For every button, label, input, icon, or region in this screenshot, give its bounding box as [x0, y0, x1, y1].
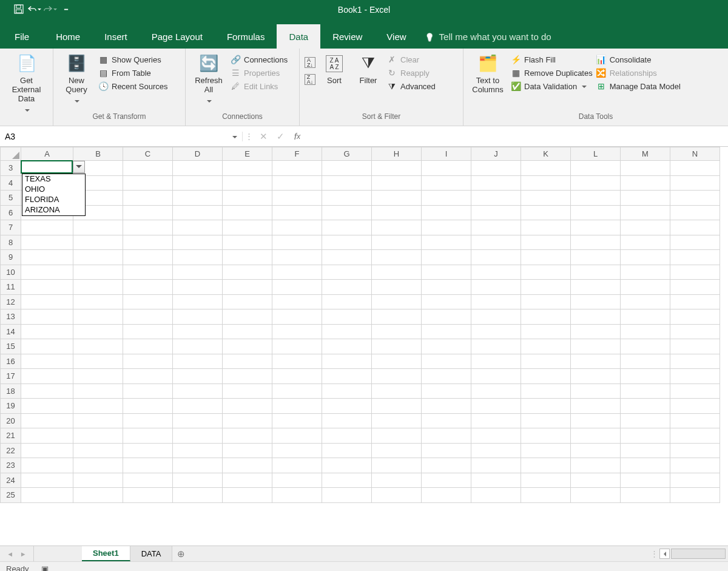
cell[interactable] [521, 339, 571, 354]
cell[interactable] [322, 309, 372, 325]
from-table-button[interactable]: ▤From Table [98, 68, 168, 78]
name-box[interactable]: A3 [0, 132, 243, 141]
cell[interactable] [223, 413, 272, 428]
dropdown-item[interactable]: FLORIDA [22, 195, 85, 205]
cell[interactable] [173, 443, 223, 458]
cell[interactable] [372, 175, 422, 191]
row-header[interactable]: 3 [1, 161, 21, 176]
cell[interactable] [521, 443, 571, 458]
cell[interactable] [223, 443, 272, 458]
cell[interactable] [21, 235, 73, 250]
cell[interactable] [123, 265, 173, 280]
row-header[interactable]: 18 [1, 383, 21, 399]
cell[interactable] [272, 280, 322, 295]
cell[interactable] [422, 473, 471, 488]
cell[interactable] [272, 399, 322, 414]
cell[interactable] [621, 413, 670, 428]
cell[interactable] [322, 205, 372, 220]
cell[interactable] [471, 175, 521, 191]
cell[interactable] [173, 250, 223, 265]
cell[interactable] [422, 235, 471, 250]
cell[interactable] [223, 428, 272, 444]
row-header[interactable]: 21 [1, 428, 21, 444]
cell[interactable] [571, 413, 621, 428]
cell[interactable] [471, 413, 521, 428]
cell[interactable] [670, 443, 720, 458]
cell[interactable] [571, 205, 621, 220]
cell[interactable] [422, 488, 471, 503]
row-header[interactable]: 20 [1, 413, 21, 428]
cell[interactable] [471, 205, 521, 220]
cell[interactable] [123, 280, 173, 295]
cell[interactable] [521, 294, 571, 309]
cell[interactable] [21, 354, 73, 369]
cell[interactable] [471, 383, 521, 399]
cell[interactable] [123, 339, 173, 354]
cell[interactable] [272, 428, 322, 444]
cell[interactable] [621, 458, 670, 473]
column-header[interactable]: F [272, 147, 322, 161]
horizontal-scrollbar[interactable] [671, 549, 726, 559]
connections-button[interactable]: 🔗Connections [231, 55, 288, 64]
row-header[interactable]: 6 [1, 205, 21, 220]
cell[interactable] [571, 235, 621, 250]
cell[interactable] [521, 369, 571, 384]
cell[interactable] [322, 235, 372, 250]
cell[interactable] [621, 339, 670, 354]
cell[interactable] [123, 205, 173, 220]
cell[interactable] [521, 488, 571, 503]
cell[interactable] [272, 488, 322, 503]
cell[interactable] [471, 161, 521, 176]
fx-icon[interactable]: fx [289, 126, 306, 147]
cell[interactable] [272, 205, 322, 220]
cell[interactable] [422, 309, 471, 325]
cell[interactable] [571, 399, 621, 414]
cell[interactable] [471, 235, 521, 250]
cell[interactable] [123, 399, 173, 414]
cell[interactable] [471, 399, 521, 414]
row-header[interactable]: 8 [1, 235, 21, 250]
column-header[interactable]: L [571, 147, 621, 161]
cell[interactable] [73, 294, 123, 309]
cell[interactable] [123, 443, 173, 458]
cell[interactable] [372, 428, 422, 444]
cell[interactable] [223, 280, 272, 295]
cell[interactable] [21, 309, 73, 325]
cell[interactable] [621, 191, 670, 206]
cell[interactable] [571, 294, 621, 309]
cell[interactable] [670, 235, 720, 250]
cell[interactable] [73, 443, 123, 458]
cell[interactable] [173, 383, 223, 399]
row-header[interactable]: 14 [1, 324, 21, 339]
cell[interactable] [73, 339, 123, 354]
row-header[interactable]: 9 [1, 250, 21, 265]
row-header[interactable]: 7 [1, 220, 21, 235]
cell[interactable] [21, 265, 73, 280]
cell[interactable] [422, 458, 471, 473]
cell[interactable] [521, 399, 571, 414]
tab-file[interactable]: File [0, 24, 44, 49]
column-header[interactable]: M [621, 147, 670, 161]
flash-fill-button[interactable]: ⚡Flash Fill [511, 55, 593, 64]
cell[interactable] [621, 220, 670, 235]
cell[interactable] [372, 161, 422, 176]
cell[interactable] [422, 413, 471, 428]
cell[interactable] [123, 488, 173, 503]
cell[interactable] [123, 354, 173, 369]
cell[interactable] [73, 324, 123, 339]
cell[interactable] [471, 354, 521, 369]
cell[interactable] [571, 354, 621, 369]
cell[interactable] [621, 324, 670, 339]
new-query-button[interactable]: 🗄️ New Query [58, 52, 95, 106]
cell[interactable] [173, 280, 223, 295]
cell[interactable] [571, 265, 621, 280]
cell[interactable] [621, 205, 670, 220]
cell[interactable] [521, 473, 571, 488]
column-header[interactable]: E [223, 147, 272, 161]
cell[interactable] [173, 205, 223, 220]
row-header[interactable]: 13 [1, 309, 21, 325]
dropdown-item[interactable]: OHIO [22, 184, 85, 195]
column-header[interactable]: B [73, 147, 123, 161]
column-header[interactable]: G [322, 147, 372, 161]
tab-insert[interactable]: Insert [92, 24, 140, 49]
